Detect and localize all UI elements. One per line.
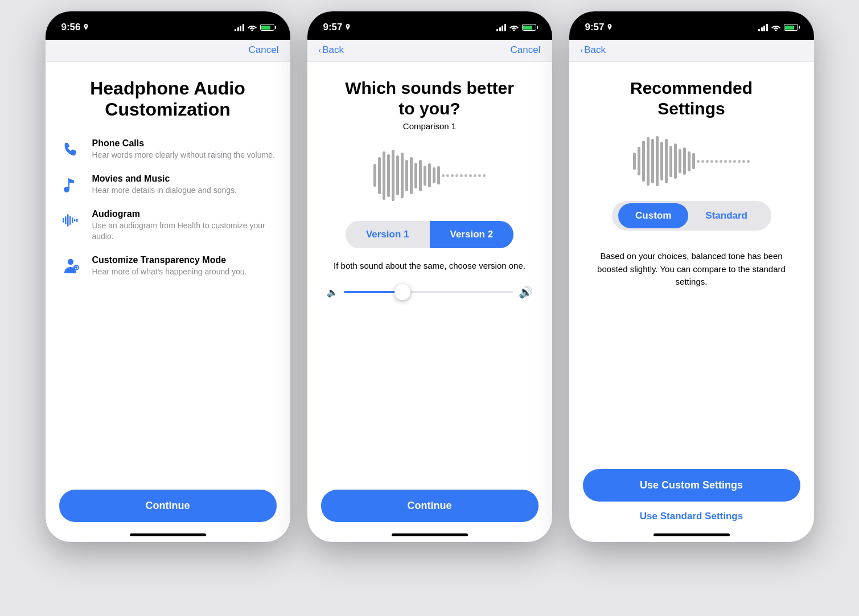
person-icon [59, 255, 82, 278]
status-bar-2: 9:57 [307, 11, 552, 40]
waveform-bars [373, 147, 486, 204]
wifi-icon-3 [771, 24, 780, 31]
phone-icon [59, 138, 82, 161]
screen2-title: Which sounds betterto you? [321, 78, 539, 119]
screen-3: 9:57 [569, 11, 814, 542]
signal-icon-3 [758, 24, 768, 31]
battery-icon-1 [260, 24, 274, 31]
home-indicator-2 [307, 533, 552, 542]
music-icon [59, 174, 82, 196]
feature-music-desc: Hear more details in dialogue and songs. [92, 185, 237, 196]
waveform-3 [583, 133, 800, 190]
home-indicator-1 [46, 533, 290, 542]
screen-1: 9:56 [46, 11, 290, 542]
status-icons-1 [235, 24, 274, 31]
back-button-2[interactable]: ‹ Back [319, 44, 344, 56]
comparison-label: Comparison 1 [321, 121, 539, 131]
volume-slider[interactable] [344, 291, 513, 293]
cancel-button-1[interactable]: Cancel [249, 44, 279, 56]
svg-rect-5 [74, 219, 76, 221]
svg-rect-6 [76, 219, 78, 222]
status-time-3: 9:57 [585, 22, 613, 33]
volume-high-icon: 🔊 [519, 285, 533, 299]
continue-button-2[interactable]: Continue [321, 490, 539, 522]
location-icon-1 [83, 24, 89, 31]
hint-text: If both sound about the same, choose ver… [321, 260, 539, 272]
feature-phone-calls: Phone Calls Hear words more clearly with… [59, 138, 277, 161]
custom-toggle-button[interactable]: Custom [618, 203, 688, 228]
standard-toggle-button[interactable]: Standard [688, 203, 765, 228]
volume-low-icon: 🔈 [327, 287, 338, 298]
version-buttons: Version 1 Version 2 [321, 221, 539, 248]
status-time-2: 9:57 [323, 22, 351, 33]
status-icons-3 [758, 24, 798, 31]
battery-icon-2 [522, 24, 536, 31]
svg-rect-1 [65, 216, 67, 224]
screen3-bottom: Use Custom Settings Use Standard Setting… [569, 462, 814, 533]
screen2-bottom: Continue [307, 483, 552, 533]
feature-audiogram-title: Audiogram [92, 209, 277, 219]
continue-button-1[interactable]: Continue [59, 490, 277, 522]
screen3-content: RecommendedSettings [569, 62, 814, 462]
screen-2: 9:57 [307, 11, 552, 542]
feature-audiogram-desc: Use an audiogram from Health to customiz… [92, 220, 277, 243]
signal-icon-1 [235, 24, 244, 31]
feature-movies-music: Movies and Music Hear more details in di… [59, 174, 277, 196]
use-standard-settings-link[interactable]: Use Standard Settings [640, 511, 743, 522]
status-bar-3: 9:57 [569, 11, 814, 40]
screen3-title: RecommendedSettings [583, 78, 800, 119]
feature-audiogram: Audiogram Use an audiogram from Health t… [59, 209, 277, 243]
cancel-button-2[interactable]: Cancel [511, 44, 541, 56]
battery-icon-3 [784, 24, 798, 31]
svg-rect-2 [67, 214, 69, 227]
wifi-icon-2 [509, 24, 519, 31]
version2-button[interactable]: Version 2 [430, 221, 514, 248]
nav-bar-1: Cancel [46, 40, 290, 62]
feature-transparency: Customize Transparency Mode Hear more of… [59, 255, 277, 278]
waveform-icon [59, 209, 82, 232]
svg-rect-0 [63, 218, 64, 223]
nav-bar-2: ‹ Back Cancel [307, 40, 552, 62]
feature-transparency-desc: Hear more of what's happening around you… [92, 266, 247, 278]
waveform3-bars [633, 133, 750, 190]
wifi-icon-1 [248, 24, 257, 31]
feature-transparency-title: Customize Transparency Mode [92, 255, 247, 265]
screen2-content: Which sounds betterto you? Comparison 1 [307, 62, 552, 483]
screen1-content: Headphone AudioCustomization Phone Calls… [46, 62, 290, 483]
feature-music-title: Movies and Music [92, 174, 237, 184]
location-icon-2 [345, 24, 351, 31]
waveform-2 [321, 141, 539, 210]
svg-point-8 [68, 259, 73, 265]
svg-rect-3 [69, 216, 71, 225]
settings-description: Based on your choices, balanced tone has… [583, 250, 800, 289]
signal-icon-2 [496, 24, 506, 31]
nav-bar-3: ‹ Back [569, 40, 814, 62]
back-button-3[interactable]: ‹ Back [581, 44, 606, 56]
screen1-title: Headphone AudioCustomization [59, 78, 277, 120]
custom-standard-toggle: Custom Standard [612, 201, 771, 231]
version1-button[interactable]: Version 1 [346, 221, 430, 248]
location-icon-3 [607, 24, 613, 31]
volume-slider-row: 🔈 🔊 [321, 285, 539, 299]
feature-phone-title: Phone Calls [92, 138, 275, 149]
screen1-bottom: Continue [46, 483, 290, 533]
status-bar-1: 9:56 [46, 11, 290, 40]
feature-list: Phone Calls Hear words more clearly with… [59, 138, 277, 278]
use-custom-settings-button[interactable]: Use Custom Settings [583, 469, 800, 502]
status-time-1: 9:56 [61, 22, 89, 33]
feature-phone-desc: Hear words more clearly without raising … [92, 150, 275, 161]
svg-rect-4 [72, 217, 73, 223]
home-indicator-3 [569, 533, 814, 542]
status-icons-2 [496, 24, 536, 31]
